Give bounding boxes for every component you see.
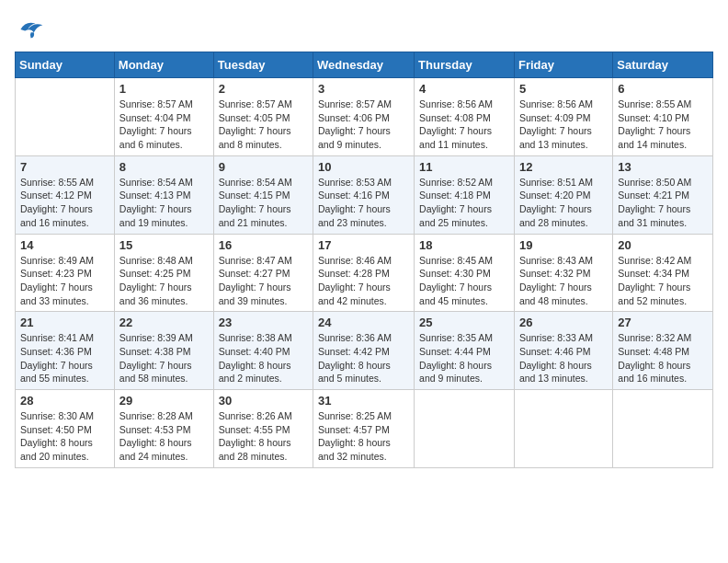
day-number: 13	[618, 160, 708, 174]
calendar-cell: 22Sunrise: 8:39 AMSunset: 4:38 PMDayligh…	[114, 312, 213, 390]
calendar-week-row: 21Sunrise: 8:41 AMSunset: 4:36 PMDayligh…	[16, 312, 713, 390]
day-number: 18	[419, 238, 509, 252]
day-number: 16	[219, 238, 308, 252]
calendar-cell: 1Sunrise: 8:57 AMSunset: 4:04 PMDaylight…	[114, 78, 213, 156]
day-info: Sunrise: 8:53 AMSunset: 4:16 PMDaylight:…	[318, 176, 409, 230]
calendar-cell: 23Sunrise: 8:38 AMSunset: 4:40 PMDayligh…	[213, 312, 313, 390]
day-number: 24	[318, 316, 409, 329]
calendar-week-row: 14Sunrise: 8:49 AMSunset: 4:23 PMDayligh…	[16, 234, 713, 312]
weekday-header-friday: Friday	[514, 52, 612, 78]
day-info: Sunrise: 8:41 AMSunset: 4:36 PMDaylight:…	[20, 331, 109, 385]
calendar-header-row: SundayMondayTuesdayWednesdayThursdayFrid…	[16, 52, 713, 78]
calendar-cell: 18Sunrise: 8:45 AMSunset: 4:30 PMDayligh…	[415, 234, 515, 312]
day-number: 21	[20, 316, 109, 329]
day-number: 20	[618, 238, 708, 252]
day-number: 23	[219, 316, 308, 329]
day-number: 30	[219, 394, 308, 408]
calendar-cell: 31Sunrise: 8:25 AMSunset: 4:57 PMDayligh…	[313, 390, 415, 468]
weekday-header-monday: Monday	[114, 52, 213, 78]
calendar-cell	[514, 390, 612, 468]
calendar-cell	[613, 390, 713, 468]
day-info: Sunrise: 8:56 AMSunset: 4:09 PMDaylight:…	[519, 98, 608, 152]
calendar-table: SundayMondayTuesdayWednesdayThursdayFrid…	[15, 52, 713, 468]
day-number: 15	[119, 238, 209, 252]
day-info: Sunrise: 8:25 AMSunset: 4:57 PMDaylight:…	[318, 409, 409, 464]
calendar-cell: 25Sunrise: 8:35 AMSunset: 4:44 PMDayligh…	[415, 312, 515, 390]
weekday-header-wednesday: Wednesday	[313, 52, 415, 78]
day-info: Sunrise: 8:48 AMSunset: 4:25 PMDaylight:…	[119, 254, 209, 308]
page-header	[15, 15, 713, 40]
calendar-cell: 20Sunrise: 8:42 AMSunset: 4:34 PMDayligh…	[613, 234, 713, 312]
day-info: Sunrise: 8:33 AMSunset: 4:46 PMDaylight:…	[519, 331, 608, 385]
day-info: Sunrise: 8:57 AMSunset: 4:04 PMDaylight:…	[119, 98, 209, 152]
day-number: 27	[618, 316, 708, 329]
day-info: Sunrise: 8:54 AMSunset: 4:15 PMDaylight:…	[219, 176, 308, 230]
day-number: 12	[519, 160, 608, 174]
day-info: Sunrise: 8:56 AMSunset: 4:08 PMDaylight:…	[419, 98, 509, 152]
calendar-cell: 8Sunrise: 8:54 AMSunset: 4:13 PMDaylight…	[114, 155, 213, 234]
day-info: Sunrise: 8:28 AMSunset: 4:53 PMDaylight:…	[119, 409, 209, 464]
day-info: Sunrise: 8:47 AMSunset: 4:27 PMDaylight:…	[219, 254, 308, 308]
calendar-cell: 24Sunrise: 8:36 AMSunset: 4:42 PMDayligh…	[313, 312, 415, 390]
day-number: 14	[20, 238, 109, 252]
calendar-cell: 27Sunrise: 8:32 AMSunset: 4:48 PMDayligh…	[613, 312, 713, 390]
calendar-cell: 16Sunrise: 8:47 AMSunset: 4:27 PMDayligh…	[213, 234, 313, 312]
day-info: Sunrise: 8:54 AMSunset: 4:13 PMDaylight:…	[119, 176, 209, 230]
day-number: 6	[618, 82, 708, 96]
day-info: Sunrise: 8:52 AMSunset: 4:18 PMDaylight:…	[419, 176, 509, 230]
day-number: 8	[119, 160, 209, 174]
day-number: 5	[519, 82, 608, 96]
day-info: Sunrise: 8:49 AMSunset: 4:23 PMDaylight:…	[20, 254, 109, 308]
calendar-cell: 3Sunrise: 8:57 AMSunset: 4:06 PMDaylight…	[313, 78, 415, 156]
day-number: 22	[119, 316, 209, 329]
calendar-cell: 11Sunrise: 8:52 AMSunset: 4:18 PMDayligh…	[415, 155, 515, 234]
day-number: 28	[20, 394, 109, 408]
calendar-cell	[415, 390, 515, 468]
calendar-cell: 26Sunrise: 8:33 AMSunset: 4:46 PMDayligh…	[514, 312, 612, 390]
logo-icon	[15, 15, 44, 40]
day-number: 2	[219, 82, 308, 96]
day-number: 17	[318, 238, 409, 252]
calendar-cell: 19Sunrise: 8:43 AMSunset: 4:32 PMDayligh…	[514, 234, 612, 312]
calendar-cell: 21Sunrise: 8:41 AMSunset: 4:36 PMDayligh…	[16, 312, 115, 390]
day-info: Sunrise: 8:38 AMSunset: 4:40 PMDaylight:…	[219, 331, 308, 385]
calendar-week-row: 7Sunrise: 8:55 AMSunset: 4:12 PMDaylight…	[16, 155, 713, 234]
day-number: 11	[419, 160, 509, 174]
calendar-cell: 9Sunrise: 8:54 AMSunset: 4:15 PMDaylight…	[213, 155, 313, 234]
day-number: 29	[119, 394, 209, 408]
day-info: Sunrise: 8:43 AMSunset: 4:32 PMDaylight:…	[519, 254, 608, 308]
day-info: Sunrise: 8:51 AMSunset: 4:20 PMDaylight:…	[519, 176, 608, 230]
day-info: Sunrise: 8:46 AMSunset: 4:28 PMDaylight:…	[318, 254, 409, 308]
day-info: Sunrise: 8:39 AMSunset: 4:38 PMDaylight:…	[119, 331, 209, 385]
calendar-cell: 6Sunrise: 8:55 AMSunset: 4:10 PMDaylight…	[613, 78, 713, 156]
day-number: 31	[318, 394, 409, 408]
calendar-cell: 10Sunrise: 8:53 AMSunset: 4:16 PMDayligh…	[313, 155, 415, 234]
calendar-cell: 12Sunrise: 8:51 AMSunset: 4:20 PMDayligh…	[514, 155, 612, 234]
day-info: Sunrise: 8:26 AMSunset: 4:55 PMDaylight:…	[219, 409, 308, 464]
day-number: 3	[318, 82, 409, 96]
day-info: Sunrise: 8:35 AMSunset: 4:44 PMDaylight:…	[419, 331, 509, 385]
day-number: 7	[20, 160, 109, 174]
calendar-cell: 5Sunrise: 8:56 AMSunset: 4:09 PMDaylight…	[514, 78, 612, 156]
day-info: Sunrise: 8:55 AMSunset: 4:10 PMDaylight:…	[618, 98, 708, 152]
day-number: 19	[519, 238, 608, 252]
logo	[15, 15, 48, 40]
weekday-header-saturday: Saturday	[613, 52, 713, 78]
weekday-header-thursday: Thursday	[415, 52, 515, 78]
day-info: Sunrise: 8:32 AMSunset: 4:48 PMDaylight:…	[618, 331, 708, 385]
day-info: Sunrise: 8:57 AMSunset: 4:06 PMDaylight:…	[318, 98, 409, 152]
calendar-cell: 13Sunrise: 8:50 AMSunset: 4:21 PMDayligh…	[613, 155, 713, 234]
day-number: 26	[519, 316, 608, 329]
calendar-cell: 7Sunrise: 8:55 AMSunset: 4:12 PMDaylight…	[16, 155, 115, 234]
calendar-cell: 14Sunrise: 8:49 AMSunset: 4:23 PMDayligh…	[16, 234, 115, 312]
calendar-week-row: 1Sunrise: 8:57 AMSunset: 4:04 PMDaylight…	[16, 78, 713, 156]
day-number: 9	[219, 160, 308, 174]
day-info: Sunrise: 8:30 AMSunset: 4:50 PMDaylight:…	[20, 409, 109, 464]
day-number: 1	[119, 82, 209, 96]
day-info: Sunrise: 8:50 AMSunset: 4:21 PMDaylight:…	[618, 176, 708, 230]
day-number: 25	[419, 316, 509, 329]
calendar-cell: 17Sunrise: 8:46 AMSunset: 4:28 PMDayligh…	[313, 234, 415, 312]
calendar-cell: 28Sunrise: 8:30 AMSunset: 4:50 PMDayligh…	[16, 390, 115, 468]
day-number: 10	[318, 160, 409, 174]
weekday-header-tuesday: Tuesday	[213, 52, 313, 78]
